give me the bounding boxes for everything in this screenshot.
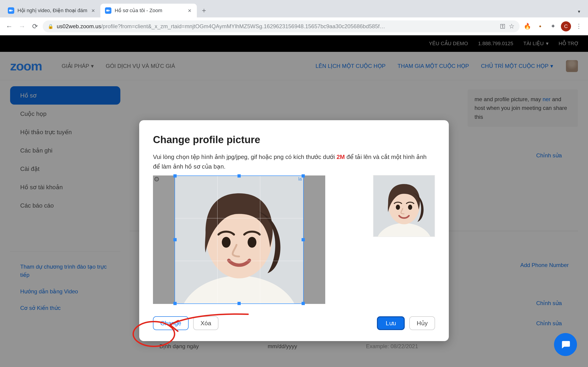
crop-handle[interactable] <box>302 238 305 241</box>
modal-title: Change profile picture <box>153 134 435 145</box>
omnibox[interactable]: 🔒 us02web.zoom.us/profile?from=client&_x… <box>43 20 519 32</box>
tab-title: Hội nghị video, Điện thoại đám <box>17 8 87 14</box>
profile-avatar[interactable]: C <box>561 21 571 31</box>
delete-button[interactable]: Xóa <box>193 316 218 330</box>
browser-tab-1[interactable]: Hồ sơ của tôi - Zoom × <box>100 4 197 17</box>
browser-tabbar: Hội nghị video, Điện thoại đám × Hồ sơ c… <box>0 0 588 17</box>
avatar-letter: C <box>564 23 568 29</box>
change-picture-modal: Change profile picture Vui lòng chọn tệp… <box>139 120 449 341</box>
image-cropper[interactable]: la <box>153 175 325 304</box>
star-icon[interactable]: ☆ <box>509 23 515 30</box>
new-tab-button[interactable]: ＋ <box>198 5 210 16</box>
extensions-puzzle-icon[interactable]: ✦ <box>548 21 558 31</box>
browser-addressbar: ← → ⟳ 🔒 us02web.zoom.us/profile?from=cli… <box>0 17 588 35</box>
zoom-favicon <box>8 7 14 14</box>
crop-handle[interactable] <box>237 174 241 177</box>
extension-icon[interactable]: 🔥 <box>522 21 532 31</box>
modal-button-row: Change Xóa Lưu Hủy <box>153 316 435 330</box>
modal-description: Vui lòng chọn tệp hình ảnh jpg/jpeg, gif… <box>153 152 435 171</box>
save-button[interactable]: Lưu <box>377 316 405 330</box>
crop-handle[interactable] <box>173 302 177 305</box>
url-text: us02web.zoom.us/profile?from=client&_x_z… <box>57 23 497 30</box>
crop-handle[interactable] <box>237 302 241 305</box>
crop-handle[interactable] <box>302 302 305 305</box>
extension-icon[interactable]: ● <box>535 21 545 31</box>
key-icon[interactable]: ⚿ <box>500 23 506 30</box>
crop-handle[interactable] <box>302 174 305 177</box>
tabs-overflow-icon[interactable]: ▾ <box>578 9 580 14</box>
crop-handle[interactable] <box>173 174 177 177</box>
desc-pre: Vui lòng chọn tệp hình ảnh jpg/jpeg, gif… <box>153 153 337 160</box>
zoom-favicon <box>105 7 111 14</box>
crop-label: la <box>298 176 302 182</box>
close-icon[interactable]: × <box>90 7 96 14</box>
browser-tab-0[interactable]: Hội nghị video, Điện thoại đám × <box>3 4 100 17</box>
page-viewport: YÊU CẦU DEMO 1.888.799.0125 TÀI LIỆU ▾ H… <box>0 35 588 367</box>
crop-handle[interactable] <box>173 238 177 241</box>
forward-button[interactable]: → <box>17 21 27 31</box>
crop-preview <box>373 175 435 236</box>
reload-button[interactable]: ⟳ <box>30 21 40 31</box>
tab-title: Hồ sơ của tôi - Zoom <box>115 8 184 14</box>
chat-fab[interactable] <box>554 333 577 356</box>
change-button[interactable]: Change <box>153 316 189 330</box>
chat-icon <box>560 339 571 350</box>
menu-dots-icon[interactable]: ⋮ <box>574 21 584 31</box>
back-button[interactable]: ← <box>4 21 14 31</box>
url-path: /profile?from=client&_x_zm_rtaid=mnjtOGm… <box>101 23 385 29</box>
close-icon[interactable]: × <box>187 7 192 14</box>
lock-icon: 🔒 <box>48 24 53 29</box>
crop-selection[interactable]: la <box>174 175 304 304</box>
desc-limit: 2M <box>337 153 345 160</box>
cancel-button[interactable]: Hủy <box>409 316 435 330</box>
url-host: us02web.zoom.us <box>57 23 101 29</box>
rotate-icon[interactable] <box>154 177 159 181</box>
